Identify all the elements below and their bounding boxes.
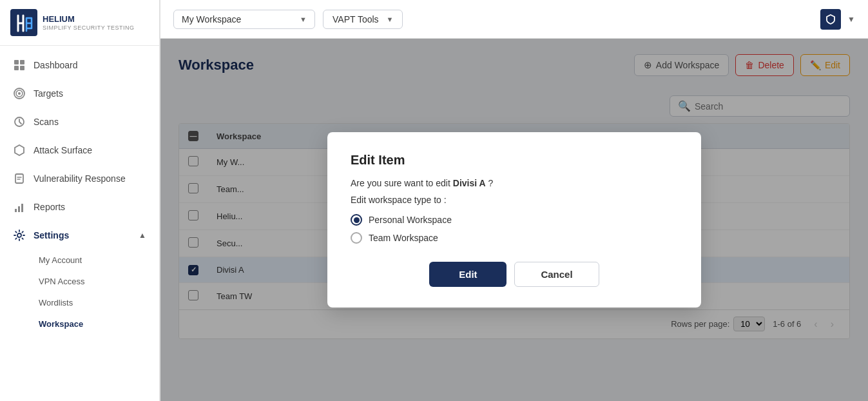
vapt-chevron-icon: ▼ [387,15,394,23]
settings-icon [13,229,26,242]
vulnerability-icon [13,172,26,185]
sidebar-item-dashboard[interactable]: Dashboard [0,51,159,79]
modal-question-prefix: Are you sure want to edit [351,178,453,188]
svg-rect-12 [21,204,23,212]
logo-name: HELIUM [43,14,135,24]
modal-overlay: Edit Item Are you sure want to edit Divi… [160,39,868,401]
header-shield-button[interactable] [820,9,841,30]
svg-rect-10 [15,209,17,212]
vapt-dropdown[interactable]: VAPT Tools ▼ [323,10,403,29]
sidebar-item-attack-surface-label: Attack Surface [34,145,92,155]
radio-personal-workspace[interactable]: Personal Workspace [351,214,678,226]
svg-rect-3 [14,66,19,70]
sidebar-item-scans[interactable]: Scans [0,108,159,136]
radio-personal-circle [351,214,362,226]
workspace-chevron-icon: ▼ [300,15,307,23]
settings-chevron-icon: ▲ [139,231,146,240]
sidebar-item-attack-surface[interactable]: Attack Surface [0,136,159,164]
scans-icon [13,115,26,128]
main-area: My Workspace ▼ VAPT Tools ▼ ▼ Workspace … [160,0,868,401]
modal-item-name: Divisi A [453,178,486,188]
header: My Workspace ▼ VAPT Tools ▼ ▼ [160,0,868,39]
attack-surface-icon [13,144,26,157]
modal-title: Edit Item [351,153,678,168]
modal-sublabel: Edit workspace type to : [351,195,678,205]
header-user-chevron-icon[interactable]: ▼ [847,15,855,24]
radio-team-circle [351,232,362,244]
workspace-dropdown-label: My Workspace [182,14,241,24]
workspace-dropdown[interactable]: My Workspace ▼ [173,10,315,29]
logo-tagline: SIMPLIFY SECURITY TESTING [43,24,135,31]
modal-cancel-button[interactable]: Cancel [514,262,599,287]
sidebar-item-my-account[interactable]: My Account [34,249,159,271]
svg-rect-2 [20,60,24,64]
modal-actions: Edit Cancel [351,262,678,287]
sidebar-item-settings[interactable]: Settings ▲ [0,221,159,249]
svg-rect-11 [18,206,20,212]
helium-logo-icon [10,9,37,36]
sidebar-item-reports[interactable]: Reports [0,193,159,221]
modal-question: Are you sure want to edit Divisi A ? [351,178,678,188]
svg-rect-4 [20,66,24,70]
header-right: ▼ [820,9,855,30]
sidebar-item-settings-label: Settings [34,230,69,240]
sidebar: HELIUM SIMPLIFY SECURITY TESTING Dashboa… [0,0,160,401]
settings-children: My Account VPN Access Wordlists Workspac… [0,249,159,335]
sidebar-item-targets[interactable]: Targets [0,79,159,108]
svg-point-13 [17,233,21,237]
radio-team-workspace[interactable]: Team Workspace [351,232,678,244]
sidebar-item-reports-label: Reports [34,202,65,212]
radio-personal-label: Personal Workspace [369,215,452,225]
svg-rect-9 [15,174,23,183]
vapt-dropdown-label: VAPT Tools [333,14,379,24]
content-area: Workspace ⊕ Add Workspace 🗑 Delete ✏️ Ed… [160,39,868,401]
header-shield-icon [825,14,836,25]
sidebar-item-wordlists[interactable]: Wordlists [34,292,159,313]
sidebar-item-vpn-access[interactable]: VPN Access [34,271,159,292]
radio-team-label: Team Workspace [369,233,438,243]
modal-radio-group: Personal Workspace Team Workspace [351,214,678,244]
edit-item-modal: Edit Item Are you sure want to edit Divi… [327,132,701,308]
dashboard-icon [13,59,26,72]
reports-icon [13,200,26,213]
sidebar-nav: Dashboard Targets Scans Attack Surface [0,46,159,401]
modal-question-suffix: ? [486,178,494,188]
sidebar-item-targets-label: Targets [34,88,63,99]
logo-area: HELIUM SIMPLIFY SECURITY TESTING [0,0,159,46]
sidebar-item-workspace[interactable]: Workspace [34,313,159,335]
modal-edit-button[interactable]: Edit [429,262,506,287]
sidebar-item-scans-label: Scans [34,117,59,127]
targets-icon [13,87,26,100]
svg-point-7 [18,92,21,95]
sidebar-item-dashboard-label: Dashboard [34,60,78,70]
sidebar-item-vulnerability-response[interactable]: Vulnerability Response [0,164,159,193]
sidebar-item-vuln-label: Vulnerability Response [34,173,126,184]
svg-rect-1 [14,60,19,64]
logo-text-block: HELIUM SIMPLIFY SECURITY TESTING [43,14,135,31]
